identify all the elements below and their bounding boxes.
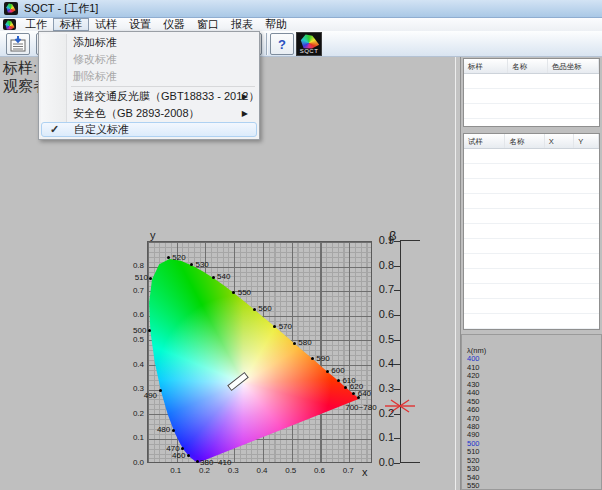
checkmark-icon: ✓ xyxy=(50,123,59,136)
locus-label-520: 520 xyxy=(172,253,185,262)
column-header-samples-3[interactable]: Y xyxy=(574,134,599,148)
standard-menu-popup: 添加标准修改标准删除标准道路交通反光膜（GBT18833 - 2012）▶安全色… xyxy=(38,31,260,140)
chromaticity-gamut xyxy=(148,242,373,464)
beta-axis-top-bar xyxy=(400,240,420,241)
x-tick-label: 0.7 xyxy=(339,466,357,475)
menu-separator xyxy=(71,86,255,87)
chart-plot-area[interactable] xyxy=(147,241,372,463)
wavelength-value-430: 430 xyxy=(467,381,601,389)
menu-popup-items: 添加标准修改标准删除标准道路交通反光膜（GBT18833 - 2012）▶安全色… xyxy=(41,34,257,137)
locus-point-580 xyxy=(293,342,296,345)
wavelength-value-480: 480 xyxy=(467,423,601,431)
locus-label-490: 490 xyxy=(137,391,157,400)
locus-point-700~780 xyxy=(357,396,360,399)
y-tick-label: 0.8 xyxy=(124,261,144,270)
wavelength-value-420: 420 xyxy=(467,372,601,380)
beta-tick-mark xyxy=(394,340,400,341)
standards-table-body[interactable] xyxy=(464,74,599,126)
column-header-standards-0[interactable]: 标样 xyxy=(464,59,508,73)
wavelength-value-450: 450 xyxy=(467,398,601,406)
beta-tick-label: 0.3 xyxy=(368,382,394,394)
locus-point-590 xyxy=(311,357,314,360)
samples-table[interactable]: 试样名称XY xyxy=(463,133,600,330)
locus-label-510: 510 xyxy=(128,273,148,282)
wavelength-value-400: 400 xyxy=(467,355,601,363)
wavelength-value-440: 440 xyxy=(467,389,601,397)
column-header-samples-1[interactable]: 名称 xyxy=(505,134,544,148)
locus-point-380~410 xyxy=(196,460,199,463)
beta-tick-label: 0.6 xyxy=(368,308,394,320)
wavelength-value-500: 500 xyxy=(467,440,601,448)
wavelength-value-550: 550 xyxy=(467,482,601,490)
locus-label-580: 580 xyxy=(298,338,311,347)
y-tick-label: 0.0 xyxy=(124,458,144,467)
locus-point-540 xyxy=(212,276,215,279)
y-axis-label: y xyxy=(150,229,156,241)
wavelength-value-520: 520 xyxy=(467,457,601,465)
submenu-arrow-icon: ▶ xyxy=(242,88,248,105)
y-tick-label: 0.6 xyxy=(124,310,144,319)
wavelength-list: λ(nm)40041042043044045046047048049050051… xyxy=(467,347,601,490)
menu-item-6[interactable]: 自定义标准✓ xyxy=(41,122,257,137)
locus-label-530: 530 xyxy=(195,260,208,269)
locus-label-380~410: 380~410 xyxy=(200,458,231,467)
locus-point-500 xyxy=(148,329,151,332)
beta-tick-label: 0.4 xyxy=(368,357,394,369)
y-tick-label: 0.1 xyxy=(124,433,144,442)
locus-point-560 xyxy=(253,308,256,311)
beta-tick-mark xyxy=(394,438,400,439)
menu-item-1: 修改标准 xyxy=(41,51,257,68)
y-tick-label: 0.4 xyxy=(124,360,144,369)
beta-tick-mark xyxy=(394,290,400,291)
beta-tick-mark xyxy=(394,389,400,390)
beta-tick-label: 0.2 xyxy=(368,407,394,419)
locus-label-480: 480 xyxy=(150,425,170,434)
wavelength-value-510: 510 xyxy=(467,448,601,456)
locus-label-600: 600 xyxy=(331,366,344,375)
beta-tick-mark xyxy=(394,241,400,242)
y-tick-label: 0.2 xyxy=(124,409,144,418)
beta-tick-label: 0.7 xyxy=(368,283,394,295)
x-tick-label: 0.2 xyxy=(196,466,214,475)
locus-point-600 xyxy=(326,370,329,373)
beta-tick-label: 0.9 xyxy=(368,234,394,246)
beta-tick-label: 0.5 xyxy=(368,333,394,345)
beta-tick-label: 0.1 xyxy=(368,431,394,443)
beta-tick-mark xyxy=(394,463,400,464)
menu-item-0[interactable]: 添加标准 xyxy=(41,34,257,51)
samples-table-header: 试样名称XY xyxy=(464,134,599,149)
menu-item-4[interactable]: 道路交通反光膜（GBT18833 - 2012）▶ xyxy=(41,88,257,105)
locus-label-560: 560 xyxy=(258,304,271,313)
locus-label-540: 540 xyxy=(217,272,230,281)
x-tick-label: 0.6 xyxy=(311,466,329,475)
column-header-standards-2[interactable]: 色品坐标 xyxy=(548,59,599,73)
samples-table-body[interactable] xyxy=(464,149,599,329)
x-tick-label: 0.1 xyxy=(167,466,185,475)
menu-item-2: 删除标准 xyxy=(41,68,257,85)
wavelength-panel: λ(nm)40041042043044045046047048049050051… xyxy=(461,334,602,490)
locus-label-460: 460 xyxy=(165,451,185,460)
locus-point-490 xyxy=(159,389,162,392)
sqct-window: SQCT - [工作1] 工作标样试样设置仪器窗口报表帮助 xyxy=(0,0,602,490)
submenu-arrow-icon: ▶ xyxy=(242,105,248,122)
wavelength-list-header: λ(nm) xyxy=(467,347,601,355)
locus-label-570: 570 xyxy=(279,322,292,331)
column-header-samples-2[interactable]: X xyxy=(545,134,575,148)
wavelength-value-470: 470 xyxy=(467,415,601,423)
x-tick-label: 0.4 xyxy=(253,466,271,475)
standards-table[interactable]: 标样名称色品坐标 xyxy=(463,58,600,127)
x-tick-label: 0.3 xyxy=(224,466,242,475)
locus-label-590: 590 xyxy=(316,354,329,363)
beta-axis-line xyxy=(400,241,401,463)
column-header-samples-0[interactable]: 试样 xyxy=(464,134,505,148)
beta-tick-mark xyxy=(394,364,400,365)
beta-tick-mark xyxy=(394,266,400,267)
y-tick-label: 0.5 xyxy=(124,335,144,344)
wavelength-value-460: 460 xyxy=(467,406,601,414)
x-tick-label: 0.5 xyxy=(282,466,300,475)
column-header-standards-1[interactable]: 名称 xyxy=(508,59,547,73)
x-axis-label: x xyxy=(362,466,368,478)
beta-tick-label: 0.0 xyxy=(368,456,394,468)
beta-tick-mark xyxy=(394,414,400,415)
menu-item-5[interactable]: 安全色（GB 2893-2008）▶ xyxy=(41,105,257,122)
